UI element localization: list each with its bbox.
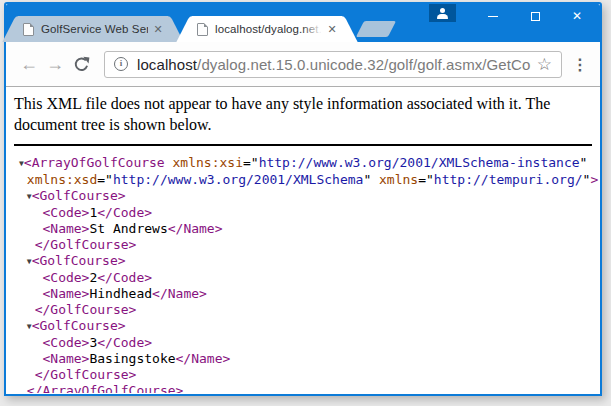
tab-close-icon[interactable]: ✕ bbox=[150, 21, 166, 37]
xml-line: <Code>3</Code> bbox=[19, 335, 592, 351]
person-icon bbox=[436, 8, 449, 19]
tab-golfservice-web-service[interactable]: GolfService Web Service ✕ bbox=[18, 16, 168, 42]
titlebar: GolfService Web Service ✕ localhost/dyal… bbox=[6, 4, 600, 42]
url-address-bar[interactable]: i localhost/dyalog.net.15.0.unicode.32/g… bbox=[104, 51, 562, 78]
page-content: This XML file does not appear to have an… bbox=[6, 87, 600, 393]
tab-label: localhost/dyalog.net.15.0 bbox=[215, 23, 322, 35]
browser-window: GolfService Web Service ✕ localhost/dyal… bbox=[4, 2, 602, 396]
xml-notice-text: This XML file does not appear to have an… bbox=[14, 93, 592, 135]
xml-line: ▼<GolfCourse> bbox=[19, 188, 592, 205]
tab-strip: GolfService Web Service ✕ localhost/dyal… bbox=[18, 16, 392, 42]
xml-line: <Name>Hindhead</Name> bbox=[19, 286, 592, 302]
close-button[interactable]: ✕ bbox=[556, 4, 598, 28]
url-host: localhost bbox=[137, 56, 197, 73]
close-icon: ✕ bbox=[572, 10, 582, 22]
reload-icon bbox=[73, 56, 90, 73]
xml-line: ▼<ArrayOfGolfCourse xmlns:xsi="http://ww… bbox=[19, 155, 592, 172]
minimize-button[interactable] bbox=[472, 4, 514, 28]
xml-line: <Name>St Andrews</Name> bbox=[19, 221, 592, 237]
bookmark-star-icon[interactable]: ☆ bbox=[531, 56, 552, 73]
back-button[interactable]: ← bbox=[16, 51, 42, 77]
xml-line: <Code>2</Code> bbox=[19, 270, 592, 286]
profile-avatar-button[interactable] bbox=[429, 4, 456, 22]
reload-button[interactable] bbox=[68, 51, 94, 77]
browser-toolbar: ← → i localhost/dyalog.net.15.0.unicode.… bbox=[6, 42, 600, 87]
maximize-icon bbox=[531, 12, 540, 21]
xml-line: </GolfCourse> bbox=[19, 367, 592, 383]
tab-localhost-active[interactable]: localhost/dyalog.net.15.0 ✕ bbox=[192, 16, 342, 42]
back-arrow-icon: ← bbox=[20, 55, 38, 73]
url-path: /dyalog.net.15.0.unicode.32/golf/golf.as… bbox=[197, 56, 531, 73]
forward-button[interactable]: → bbox=[42, 51, 68, 77]
xml-tree: ▼<ArrayOfGolfCourse xmlns:xsi="http://ww… bbox=[14, 155, 592, 393]
maximize-button[interactable] bbox=[514, 4, 556, 28]
xml-line: <Name>Basingstoke</Name> bbox=[19, 351, 592, 367]
forward-arrow-icon: → bbox=[46, 55, 64, 73]
url-text: localhost/dyalog.net.15.0.unicode.32/gol… bbox=[137, 56, 531, 73]
new-tab-button[interactable] bbox=[356, 21, 396, 37]
window-caption-controls: ✕ bbox=[429, 4, 598, 28]
tab-label: GolfService Web Service bbox=[41, 23, 148, 35]
xml-line: <Code>1</Code> bbox=[19, 205, 592, 221]
xml-line: </GolfCourse> bbox=[19, 302, 592, 318]
xml-line: ▼<GolfCourse> bbox=[19, 253, 592, 270]
xml-line: </ArrayOfGolfCourse> bbox=[19, 383, 592, 393]
page-icon bbox=[23, 23, 34, 36]
tab-close-icon[interactable]: ✕ bbox=[324, 21, 340, 37]
xml-line: ▼<GolfCourse> bbox=[19, 318, 592, 335]
page-info-icon[interactable]: i bbox=[114, 57, 128, 71]
xml-line: xmlns:xsd="http://www.w3.org/2001/XMLSch… bbox=[19, 172, 592, 188]
xml-notice-block: This XML file does not appear to have an… bbox=[14, 93, 592, 146]
page-icon bbox=[197, 23, 208, 36]
xml-line: </GolfCourse> bbox=[19, 237, 592, 253]
minimize-icon bbox=[488, 16, 498, 17]
browser-menu-button[interactable]: ⋮ bbox=[570, 55, 590, 74]
